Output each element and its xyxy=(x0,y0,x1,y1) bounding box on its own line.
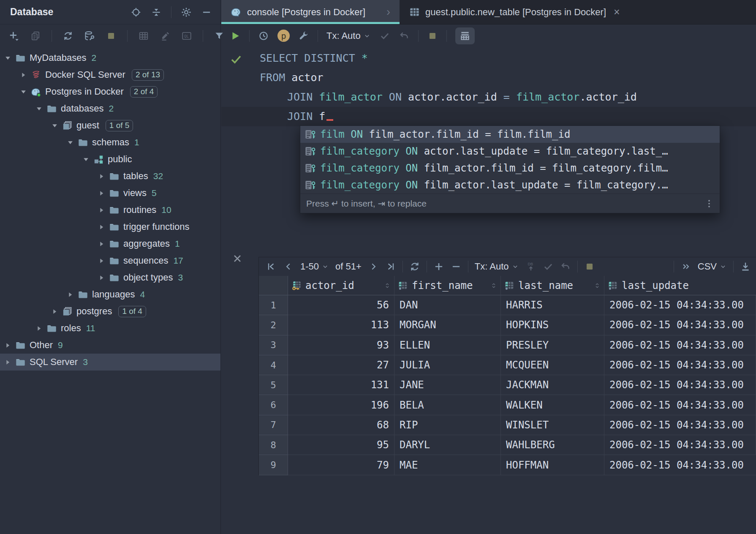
delete-row-icon[interactable] xyxy=(451,261,462,272)
settings-gear-icon[interactable] xyxy=(181,7,192,18)
chevron-right-icon[interactable] xyxy=(98,257,105,264)
tree-item-postgres-in-docker[interactable]: Postgres in Docker2 of 4 xyxy=(0,83,220,100)
grid-cell[interactable]: 113 xyxy=(288,315,394,335)
chevron-right-icon[interactable] xyxy=(98,173,105,180)
data-source-properties-icon[interactable] xyxy=(84,30,95,41)
grid-cell[interactable]: 2006-02-15 04:34:33.00 xyxy=(604,415,756,435)
grid-cell[interactable]: WINSLET xyxy=(501,415,604,435)
console-output-icon[interactable]: p xyxy=(277,30,290,42)
close-tab-icon[interactable]: × xyxy=(614,7,620,17)
tx-mode-selector[interactable]: Tx: Auto xyxy=(475,261,519,272)
grid-cell[interactable]: 2006-02-15 04:34:33.00 xyxy=(604,295,756,315)
tree-item-schemas[interactable]: schemas1 xyxy=(0,134,220,151)
chevron-down-icon[interactable] xyxy=(51,122,58,129)
grid-cell[interactable]: JULIA xyxy=(394,355,501,375)
completion-item-4[interactable]: film_category ON film_actor.last_update … xyxy=(300,177,720,193)
grid-cell[interactable]: 56 xyxy=(288,295,394,315)
tree-item-databases[interactable]: databases2 xyxy=(0,100,220,117)
run-icon[interactable] xyxy=(230,30,241,41)
column-header-first_name[interactable]: first_name xyxy=(394,276,501,295)
grid-cell[interactable]: 93 xyxy=(288,335,394,355)
grid-cell[interactable]: 2006-02-15 04:34:33.00 xyxy=(604,335,756,355)
next-page-icon[interactable] xyxy=(368,261,379,272)
grid-cell[interactable]: 2006-02-15 04:34:33.00 xyxy=(604,375,756,395)
page-range-selector[interactable]: 1-50 xyxy=(300,261,329,272)
reload-icon[interactable] xyxy=(409,261,420,272)
chevron-right-icon[interactable] xyxy=(20,71,27,79)
sort-icon[interactable] xyxy=(384,281,391,290)
grid-cell[interactable]: 2006-02-15 04:34:33.00 xyxy=(604,395,756,415)
grid-cell[interactable]: HOPKINS xyxy=(501,315,604,335)
tab-new-table[interactable]: guest.public.new_table [Postgres in Dock… xyxy=(400,0,629,24)
refresh-icon[interactable] xyxy=(63,30,73,41)
collapse-all-icon[interactable] xyxy=(151,7,162,18)
grid-cell[interactable]: 2006-02-15 04:34:33.00 xyxy=(604,355,756,375)
grid-cell[interactable]: 68 xyxy=(288,415,394,435)
locate-icon[interactable] xyxy=(131,7,141,18)
tree-item-languages[interactable]: languages4 xyxy=(0,286,220,303)
chevron-right-icon[interactable] xyxy=(98,190,105,197)
chevron-right-icon[interactable] xyxy=(98,274,105,281)
add-icon[interactable] xyxy=(8,30,19,41)
chevron-down-icon[interactable] xyxy=(67,139,74,146)
tab-overflow-chevron-icon[interactable]: › xyxy=(386,6,390,18)
sort-icon[interactable] xyxy=(490,281,497,290)
services-view-toggle[interactable] xyxy=(455,27,475,44)
tree-item-tables[interactable]: tables32 xyxy=(0,168,220,185)
chevron-right-icon[interactable] xyxy=(4,342,11,349)
sort-icon[interactable] xyxy=(594,281,601,290)
completion-item-2[interactable]: film_category ON actor.last_update = fil… xyxy=(300,143,720,160)
add-row-icon[interactable] xyxy=(433,261,444,272)
chevron-down-icon[interactable] xyxy=(82,156,90,163)
grid-cell[interactable]: RIP xyxy=(394,415,501,435)
chevron-right-icon[interactable] xyxy=(98,223,105,231)
tree-item-sql-server[interactable]: SQL Server3 xyxy=(0,354,220,371)
tree-item-aggregates[interactable]: aggregates1 xyxy=(0,235,220,252)
grid-cell[interactable]: 131 xyxy=(288,375,394,395)
grid-cell[interactable]: 2006-02-15 04:34:33.00 xyxy=(604,435,756,455)
tree-item-public[interactable]: public xyxy=(0,151,220,168)
grid-cell[interactable]: 27 xyxy=(288,355,394,375)
grid-cell[interactable]: MCQUEEN xyxy=(501,355,604,375)
chevron-down-icon[interactable] xyxy=(20,88,27,95)
kebab-menu-icon[interactable] xyxy=(704,199,714,208)
chevron-right-icon[interactable] xyxy=(98,207,105,214)
grid-cell[interactable]: ELLEN xyxy=(394,335,501,355)
tree-item-docker-sql-server[interactable]: Docker SQL Server2 of 13 xyxy=(0,66,220,83)
tab-console[interactable]: console [Postgres in Docker] › xyxy=(221,0,400,24)
wrench-icon[interactable] xyxy=(298,30,309,41)
chevron-right-icon[interactable] xyxy=(4,359,11,366)
column-header-actor_id[interactable]: actor_id xyxy=(288,276,394,295)
completion-item-1[interactable]: film ON film_actor.film_id = film.film_i… xyxy=(300,126,720,143)
tree-item-guest[interactable]: guest1 of 5 xyxy=(0,117,220,134)
grid-cell[interactable]: 2006-02-15 04:34:33.00 xyxy=(604,315,756,335)
grid-cell[interactable]: HOFFMAN xyxy=(501,455,604,475)
grid-cell[interactable]: MORGAN xyxy=(394,315,501,335)
prev-page-icon[interactable] xyxy=(283,261,294,272)
hide-icon[interactable] xyxy=(201,7,212,18)
more-chevrons-icon[interactable] xyxy=(680,261,691,272)
tree-item-other[interactable]: Other9 xyxy=(0,337,220,354)
grid-cell[interactable]: BELA xyxy=(394,395,501,415)
chevron-right-icon[interactable] xyxy=(35,325,43,332)
grid-cell[interactable]: HARRIS xyxy=(501,295,604,315)
tree-item-object-types[interactable]: object types3 xyxy=(0,269,220,286)
tree-item-views[interactable]: views5 xyxy=(0,185,220,202)
sql-editor[interactable]: SELECT DISTINCT *FROM actorJOIN film_act… xyxy=(221,47,756,126)
tree-item-roles[interactable]: roles11 xyxy=(0,320,220,337)
tree-item-mydatabases[interactable]: MyDatabases2 xyxy=(0,49,220,66)
chevron-right-icon[interactable] xyxy=(98,240,105,248)
grid-cell[interactable]: JACKMAN xyxy=(501,375,604,395)
chevron-down-icon[interactable] xyxy=(4,54,11,62)
grid-cell[interactable]: DAN xyxy=(394,295,501,315)
completion-item-3[interactable]: film_category ON film_actor.film_id = fi… xyxy=(300,160,720,177)
chevron-right-icon[interactable] xyxy=(51,308,58,315)
grid-cell[interactable]: MAE xyxy=(394,455,501,475)
tree-item-sequences[interactable]: sequences17 xyxy=(0,252,220,269)
column-header-last_update[interactable]: last_update xyxy=(604,276,756,295)
row-count-label[interactable]: of 51+ xyxy=(335,261,362,272)
column-header-last_name[interactable]: last_name xyxy=(501,276,604,295)
history-icon[interactable] xyxy=(258,30,269,41)
grid-cell[interactable]: PRESLEY xyxy=(501,335,604,355)
tree-item-postgres[interactable]: postgres1 of 4 xyxy=(0,303,220,320)
